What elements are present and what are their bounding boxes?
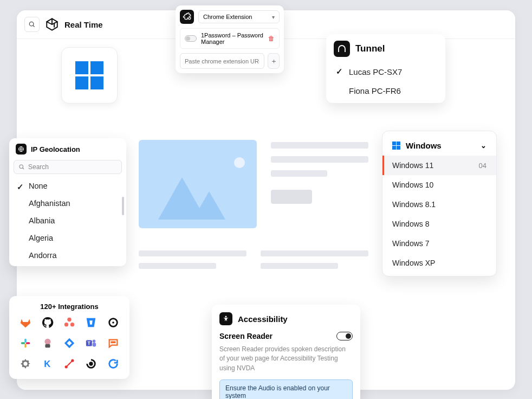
trash-icon[interactable]: 🗑: [268, 35, 275, 42]
geo-item[interactable]: Algeria: [9, 229, 126, 247]
geo-item-label: Albania: [29, 216, 55, 225]
svg-point-0: [29, 22, 34, 26]
slack-icon[interactable]: [19, 337, 32, 350]
integrations-title: 120+ Integrations: [17, 303, 122, 311]
windows-version-header[interactable]: Windows ⌄: [382, 136, 496, 156]
svg-point-14: [44, 339, 50, 345]
svg-rect-11: [25, 344, 27, 348]
extension-item-name: 1Password – Password Manager: [201, 32, 264, 45]
svg-point-27: [225, 316, 226, 317]
version-count: 04: [479, 162, 486, 170]
ip-geolocation-panel: IP Geolocation Search ✓None Afghanistan …: [9, 138, 126, 266]
add-extension-button[interactable]: ＋: [268, 53, 280, 69]
circleci-icon[interactable]: [107, 316, 120, 329]
search-icon: [18, 164, 25, 170]
extension-type-dropdown[interactable]: Chrome Extension ▾: [198, 10, 280, 23]
tunnel-item[interactable]: ✓ Lucas PC-SX7: [334, 62, 438, 81]
skeleton-line: [271, 142, 368, 149]
geo-item[interactable]: Albania: [9, 212, 126, 229]
skeleton-line: [139, 263, 216, 269]
svg-text:K: K: [44, 359, 50, 369]
logo-icon: [45, 17, 59, 31]
skeleton-button: [271, 190, 312, 204]
windows-version-item[interactable]: Windows 7: [382, 234, 496, 253]
svg-point-6: [64, 323, 68, 326]
geo-item[interactable]: ✓None: [9, 177, 126, 195]
svg-point-7: [70, 323, 74, 326]
skeleton-line: [271, 156, 368, 163]
asana-icon[interactable]: [63, 316, 76, 329]
svg-point-3: [20, 165, 23, 169]
tunnel-icon: [334, 41, 350, 57]
accessibility-card: Accessibility Screen Reader Screen Reade…: [212, 305, 360, 399]
circle-dot-icon[interactable]: [85, 357, 98, 370]
svg-point-9: [112, 321, 114, 324]
skeleton-line: [261, 263, 338, 269]
page-title: Real Time: [64, 20, 103, 29]
geo-search-placeholder: Search: [28, 163, 49, 171]
svg-point-24: [65, 366, 67, 368]
teams-icon[interactable]: T: [85, 337, 98, 350]
tunnel-item-label: Fiona PC-FR6: [349, 86, 401, 95]
chat-icon[interactable]: [107, 337, 120, 350]
windows-version-item[interactable]: Windows 8: [382, 214, 496, 234]
content-skeleton-footer: [139, 250, 368, 269]
geo-search-input[interactable]: Search: [14, 160, 122, 174]
geo-item-label: Afghanistan: [29, 199, 70, 208]
tunnel-title: Tunnel: [355, 43, 385, 54]
svg-rect-19: [93, 343, 96, 346]
check-icon: ✓: [17, 183, 24, 191]
geo-item[interactable]: Afghanistan: [9, 195, 126, 212]
extension-puzzle-icon: [180, 10, 194, 24]
version-label: Windows XP: [392, 259, 435, 267]
check-icon: ✓: [336, 67, 343, 76]
search-button[interactable]: [24, 17, 40, 32]
geo-item-label: Andorra: [29, 251, 57, 260]
svg-rect-10: [25, 339, 27, 343]
tunnel-card: Tunnel ✓ Lucas PC-SX7 Fiona PC-FR6: [326, 34, 445, 103]
screen-reader-toggle[interactable]: [336, 332, 353, 340]
search-icon: [28, 21, 36, 28]
settings-gear-icon[interactable]: [19, 357, 32, 370]
tools-icon[interactable]: [63, 357, 76, 370]
extension-item-row: 1Password – Password Manager 🗑: [180, 28, 280, 49]
geo-item[interactable]: Andorra: [9, 247, 126, 264]
extension-enable-toggle[interactable]: [185, 35, 197, 42]
bitbucket-icon[interactable]: [85, 316, 98, 329]
svg-point-25: [72, 360, 73, 362]
windows-version-item[interactable]: Windows XP: [382, 253, 496, 273]
gitlab-icon[interactable]: [19, 316, 32, 329]
svg-rect-12: [21, 342, 25, 344]
tunnel-item-label: Lucas PC-SX7: [349, 67, 402, 76]
svg-line-4: [23, 168, 24, 169]
skeleton-line: [261, 250, 368, 256]
accessibility-icon: [219, 312, 232, 325]
image-placeholder: [139, 140, 257, 228]
accessibility-title: Accessibility: [238, 314, 288, 324]
skeleton-line: [139, 250, 246, 256]
windows-version-title: Windows: [406, 141, 442, 150]
globe-icon: [16, 144, 27, 155]
windows-logo-icon: [392, 141, 400, 150]
geo-item-label: Algeria: [29, 234, 53, 242]
svg-point-26: [90, 363, 93, 365]
svg-text:T: T: [88, 341, 90, 346]
windows-version-item[interactable]: Windows 10: [382, 175, 496, 195]
jira-icon[interactable]: [63, 337, 76, 350]
windows-version-item[interactable]: Windows 11 04: [382, 156, 496, 175]
integrations-card: 120+ Integrations T K: [9, 296, 129, 379]
windows-os-tile[interactable]: [61, 47, 118, 104]
scrollbar-thumb[interactable]: [122, 197, 124, 215]
github-icon[interactable]: [41, 316, 54, 329]
k-icon[interactable]: K: [41, 357, 54, 370]
jenkins-icon[interactable]: [41, 337, 54, 350]
tunnel-item[interactable]: Fiona PC-FR6: [334, 82, 438, 100]
chevron-down-icon: ▾: [272, 14, 275, 20]
svg-rect-15: [45, 344, 50, 347]
refresh-icon[interactable]: [107, 357, 120, 370]
screen-reader-description: Screen Reader provides spoken descriptio…: [219, 345, 353, 373]
audio-note: Ensure the Audio is enabled on your syst…: [219, 379, 353, 399]
extension-url-input[interactable]: [180, 53, 264, 69]
windows-version-item[interactable]: Windows 8.1: [382, 195, 496, 214]
version-label: Windows 10: [392, 181, 433, 189]
